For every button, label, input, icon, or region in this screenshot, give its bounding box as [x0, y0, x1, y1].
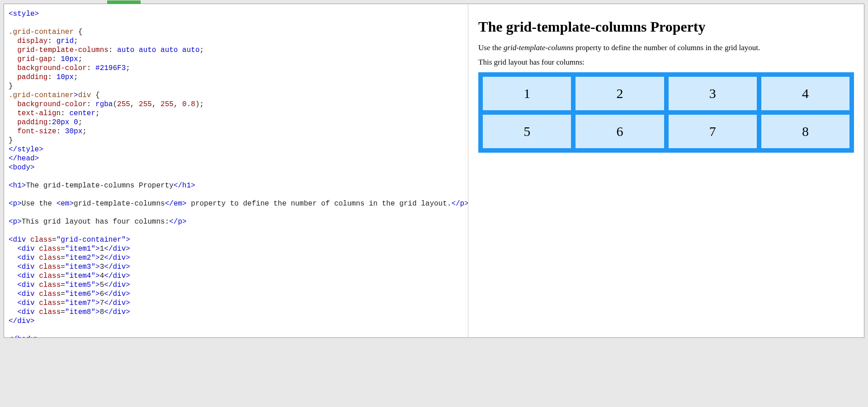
text: property to define the number of columns…: [574, 43, 760, 52]
grid-cell-4: 4: [761, 77, 849, 110]
grid-container: 12345678: [478, 72, 854, 153]
active-tab-indicator: [107, 0, 141, 4]
source-code[interactable]: <style> .grid-container { display: grid;…: [9, 9, 464, 337]
code-editor-pane: <style> .grid-container { display: grid;…: [4, 4, 468, 337]
preview-pane: The grid-template-columns Property Use t…: [468, 4, 864, 337]
grid-cell-5: 5: [483, 115, 571, 148]
preview-paragraph-2: This grid layout has four columns:: [478, 58, 854, 67]
preview-paragraph-1: Use the grid-template-columns property t…: [478, 43, 854, 52]
emphasis: grid-template-columns: [504, 43, 574, 52]
grid-cell-1: 1: [483, 77, 571, 110]
editor-shell: <style> .grid-container { display: grid;…: [4, 4, 864, 338]
grid-cell-7: 7: [669, 115, 757, 148]
grid-cell-3: 3: [669, 77, 757, 110]
text: Use the: [478, 43, 504, 52]
grid-cell-6: 6: [576, 115, 664, 148]
grid-cell-2: 2: [576, 77, 664, 110]
code-editor[interactable]: <style> .grid-container { display: grid;…: [4, 4, 468, 337]
grid-cell-8: 8: [761, 115, 849, 148]
preview-heading: The grid-template-columns Property: [478, 19, 854, 35]
